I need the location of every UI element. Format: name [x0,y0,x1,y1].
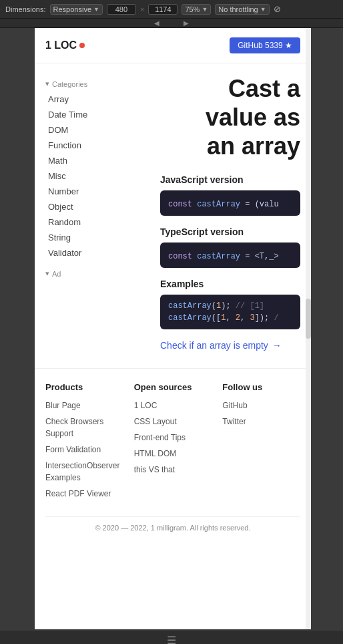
ts-code-block: const castArray = <T,_> [160,243,300,268]
main-content: Cast a value as an array JavaScript vers… [152,74,300,351]
sidebar-item-random[interactable]: Random [45,215,152,229]
width-input[interactable] [107,4,136,15]
examples-code-block: castArray(1); // [1] castArray([1, 2, 3]… [160,295,300,329]
blur-page-link[interactable]: Blur Page [45,401,81,410]
ts-version-label: TypeScript version [160,226,300,237]
example-line-1: castArray(1); // [1] [168,301,292,311]
chevron-down-icon: ▼ [260,6,266,13]
footer-columns: Products Blur Page Check Browsers Suppor… [45,382,300,503]
ts-code: const castArray = <T,_> [168,252,279,261]
sidebar-item-object[interactable]: Object [45,200,152,214]
js-code: const castArray = (valu [168,200,279,209]
github-button[interactable]: GitHub 5339 ★ [230,37,300,53]
responsive-label: Responsive [53,5,91,13]
react-pdf-link[interactable]: React PDF Viewer [45,489,111,498]
sidebar-ad-label: ▾ Ad [45,269,152,278]
frontend-tips-link[interactable]: Front-end Tips [134,433,186,442]
site-header: 1 LOC GitHub 5339 ★ [35,28,311,63]
scroll-right-btn[interactable]: ▶ [178,19,194,27]
html-dom-link[interactable]: HTML DOM [134,449,177,458]
toolbar: Dimensions: Responsive ▼ × 75% ▼ No thro… [0,0,343,19]
next-link-text: Check if an array is empty [160,340,268,351]
sidebar-item-number[interactable]: Number [45,184,152,198]
list-item[interactable]: Blur Page [45,399,123,411]
browser-frame: 1 LOC GitHub 5339 ★ ▾ Categories Array D… [35,28,311,629]
arrow-right-icon: → [272,340,282,351]
sidebar-item-dom[interactable]: DOM [45,123,152,137]
site-logo[interactable]: 1 LOC [45,39,85,51]
throttle-dropdown[interactable]: No throttling ▼ [215,4,269,15]
zoom-label: 75% [185,5,200,13]
sidebar-item-function[interactable]: Function [45,138,152,152]
sidebar-nav: Array Date Time DOM Function Math Misc N… [45,92,152,260]
example-line-2: castArray([1, 2, 3]); / [168,313,292,323]
list-item[interactable]: Twitter [222,415,300,427]
dimensions-label: Dimensions: [5,5,46,13]
scroll-left-btn[interactable]: ◀ [149,19,165,27]
footer-copyright: © 2020 — 2022, 1 milligram. All rights r… [45,516,300,532]
js-code-block: const castArray = (valu [160,190,300,216]
height-input[interactable] [148,4,178,15]
products-title: Products [45,382,123,392]
follow-title: Follow us [222,382,300,392]
bottom-handle: ☰ [0,631,343,644]
form-validation-link[interactable]: Form Validation [45,445,101,454]
sidebar: ▾ Categories Array Date Time DOM Functio… [45,74,152,351]
list-item[interactable]: Form Validation [45,443,123,455]
chevron-down-icon: ▼ [93,6,99,13]
footer-open-sources-col: Open sources 1 LOC CSS Layout Front-end … [134,382,212,503]
sidebar-item-array[interactable]: Array [45,92,152,106]
sidebar-item-misc[interactable]: Misc [45,169,152,183]
scrollbar-thumb[interactable] [306,299,311,339]
page-wrapper: ▾ Categories Array Date Time DOM Functio… [35,63,311,361]
open-sources-title: Open sources [134,382,212,392]
footer: Products Blur Page Check Browsers Suppor… [35,368,311,545]
1loc-link[interactable]: 1 LOC [134,401,157,410]
page-title: Cast a value as an array [160,74,300,161]
next-page-link[interactable]: Check if an array is empty → [160,340,300,351]
github-follow-link[interactable]: GitHub [222,401,247,410]
chevron-down-icon: ▼ [202,6,208,13]
twitter-link[interactable]: Twitter [222,417,246,426]
responsive-dropdown[interactable]: Responsive ▼ [50,4,103,15]
examples-label: Examples [160,279,300,289]
products-list: Blur Page Check Browsers Support Form Va… [45,399,123,499]
categories-label: ▾ Categories [45,79,152,88]
sidebar-item-math[interactable]: Math [45,154,152,168]
intersection-observer-link[interactable]: IntersectionObserver Examples [45,461,119,482]
chevron-down-icon: ▾ [45,79,49,88]
footer-products-col: Products Blur Page Check Browsers Suppor… [45,382,123,503]
open-sources-list: 1 LOC CSS Layout Front-end Tips HTML DOM… [134,399,212,475]
throttle-label: No throttling [218,5,258,13]
footer-follow-col: Follow us GitHub Twitter [222,382,300,503]
logo-text: 1 LOC [45,39,77,51]
list-item[interactable]: HTML DOM [134,447,212,459]
list-item[interactable]: this VS that [134,463,212,475]
sidebar-item-datetime[interactable]: Date Time [45,108,152,122]
settings-icon[interactable]: ⊘ [274,4,281,14]
list-item[interactable]: Front-end Tips [134,431,212,443]
list-item[interactable]: GitHub [222,399,300,411]
this-vs-that-link[interactable]: this VS that [134,465,175,474]
zoom-dropdown[interactable]: 75% ▼ [182,4,211,15]
list-item[interactable]: React PDF Viewer [45,487,123,499]
check-browsers-link[interactable]: Check Browsers Support [45,417,103,438]
vertical-scrollbar[interactable] [306,28,311,629]
sidebar-item-validator[interactable]: Validator [45,246,152,260]
list-item[interactable]: 1 LOC [134,399,212,411]
hamburger-icon: ☰ [167,634,176,645]
chevron-down-icon: ▾ [45,269,49,278]
list-item[interactable]: IntersectionObserver Examples [45,459,123,483]
list-item[interactable]: Check Browsers Support [45,415,123,439]
css-layout-link[interactable]: CSS Layout [134,417,177,426]
logo-dot [79,43,85,48]
sidebar-item-string[interactable]: String [45,230,152,245]
dimension-separator: × [140,5,144,13]
js-version-label: JavaScript version [160,174,300,185]
follow-list: GitHub Twitter [222,399,300,427]
list-item[interactable]: CSS Layout [134,415,212,427]
scroll-indicator-bar: ◀ ▶ [0,19,343,28]
